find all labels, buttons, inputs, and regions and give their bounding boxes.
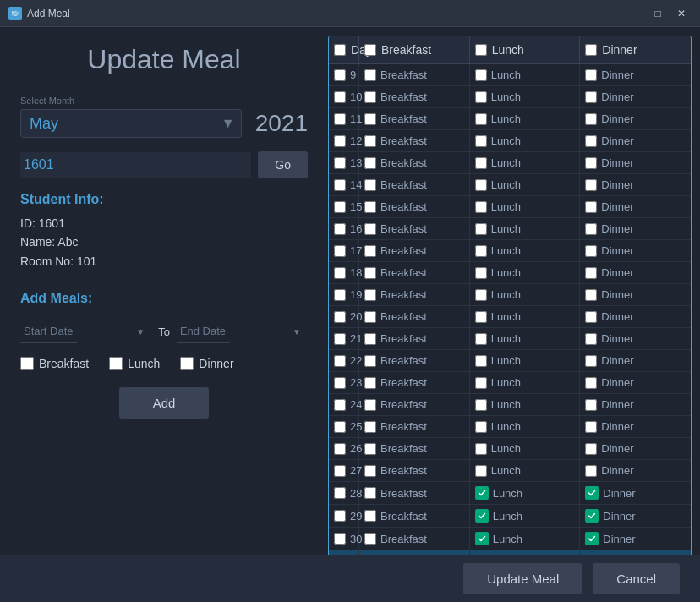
day-checkbox[interactable] (334, 443, 346, 455)
day-checkbox[interactable] (334, 355, 346, 367)
day-checkbox[interactable] (334, 201, 346, 213)
day-checkbox[interactable] (334, 267, 346, 279)
lunch-checkbox[interactable] (475, 311, 487, 323)
day-checkbox[interactable] (334, 113, 346, 125)
dinner-checkbox-label[interactable]: Dinner (180, 357, 233, 370)
lunch-checkbox[interactable] (475, 223, 487, 235)
lunch-checkbox[interactable] (475, 421, 487, 433)
lunch-checkbox[interactable] (475, 399, 487, 411)
lunch-checkbox[interactable] (475, 465, 487, 477)
dinner-checkbox[interactable] (585, 421, 597, 433)
month-select[interactable]: May (20, 109, 242, 138)
breakfast-checkbox[interactable] (364, 245, 376, 257)
lunch-checkbox[interactable] (475, 289, 487, 301)
breakfast-checkbox[interactable] (364, 157, 376, 169)
lunch-checkbox-label[interactable]: Lunch (109, 357, 160, 370)
minimize-button[interactable]: — (624, 3, 644, 24)
breakfast-checkbox[interactable] (364, 311, 376, 323)
lunch-checkbox[interactable] (475, 245, 487, 257)
day-checkbox[interactable] (334, 533, 346, 545)
lunch-checkbox[interactable] (475, 69, 487, 81)
lunch-checkbox[interactable] (475, 267, 487, 279)
lunch-checkbox[interactable] (475, 91, 487, 103)
day-checkbox[interactable] (334, 421, 346, 433)
add-button[interactable]: Add (119, 387, 210, 419)
dinner-checkbox[interactable] (585, 377, 597, 389)
breakfast-checkbox[interactable] (364, 135, 376, 147)
dinner-checkbox[interactable] (585, 179, 597, 191)
breakfast-checkbox[interactable] (364, 533, 376, 545)
breakfast-checkbox[interactable] (20, 357, 34, 370)
dinner-checkbox[interactable] (585, 91, 597, 103)
breakfast-checkbox[interactable] (364, 179, 376, 191)
day-checkbox[interactable] (334, 510, 346, 522)
day-checkbox[interactable] (334, 487, 346, 499)
day-checkbox[interactable] (334, 223, 346, 235)
select-all-breakfast[interactable] (364, 44, 376, 56)
select-all-day[interactable] (334, 44, 346, 56)
breakfast-checkbox[interactable] (364, 377, 376, 389)
dinner-checkbox[interactable] (585, 135, 597, 147)
dinner-checkbox[interactable] (585, 399, 597, 411)
breakfast-checkbox[interactable] (364, 91, 376, 103)
breakfast-checkbox[interactable] (364, 69, 376, 81)
breakfast-checkbox[interactable] (364, 267, 376, 279)
day-checkbox[interactable] (334, 69, 346, 81)
breakfast-checkbox[interactable] (364, 443, 376, 455)
breakfast-checkbox[interactable] (364, 201, 376, 213)
dinner-checkbox[interactable] (585, 69, 597, 81)
day-checkbox[interactable] (334, 289, 346, 301)
breakfast-checkbox[interactable] (364, 333, 376, 345)
lunch-checkbox[interactable] (475, 157, 487, 169)
day-checkbox[interactable] (334, 179, 346, 191)
lunch-checkbox[interactable] (475, 443, 487, 455)
breakfast-checkbox[interactable] (364, 465, 376, 477)
breakfast-checkbox[interactable] (364, 289, 376, 301)
lunch-checkbox[interactable] (475, 333, 487, 345)
lunch-checkbox[interactable] (475, 377, 487, 389)
lunch-checkbox[interactable] (475, 355, 487, 367)
dinner-checkbox[interactable] (585, 223, 597, 235)
id-input[interactable] (20, 152, 251, 178)
breakfast-checkbox[interactable] (364, 510, 376, 522)
day-checkbox[interactable] (334, 333, 346, 345)
day-checkbox[interactable] (334, 157, 346, 169)
breakfast-checkbox[interactable] (364, 223, 376, 235)
lunch-checkbox[interactable] (475, 179, 487, 191)
cancel-button[interactable]: Cancel (593, 563, 680, 594)
dinner-checkbox[interactable] (585, 201, 597, 213)
dinner-checkbox[interactable] (585, 443, 597, 455)
breakfast-checkbox[interactable] (364, 355, 376, 367)
breakfast-checkbox[interactable] (364, 487, 376, 499)
day-checkbox[interactable] (334, 245, 346, 257)
start-date-select[interactable]: Start Date (20, 320, 77, 343)
dinner-checkbox[interactable] (585, 333, 597, 345)
breakfast-checkbox[interactable] (364, 421, 376, 433)
go-button[interactable]: Go (258, 151, 308, 178)
dinner-checkbox[interactable] (585, 113, 597, 125)
lunch-checkbox[interactable] (475, 113, 487, 125)
lunch-checkbox[interactable] (475, 201, 487, 213)
dinner-checkbox[interactable] (585, 267, 597, 279)
lunch-checkbox[interactable] (475, 135, 487, 147)
day-checkbox[interactable] (334, 377, 346, 389)
dinner-checkbox[interactable] (585, 157, 597, 169)
dinner-checkbox[interactable] (585, 245, 597, 257)
breakfast-checkbox[interactable] (364, 399, 376, 411)
select-all-lunch[interactable] (475, 44, 487, 56)
dinner-checkbox[interactable] (180, 357, 194, 370)
maximize-button[interactable]: □ (648, 3, 668, 24)
dinner-checkbox[interactable] (585, 311, 597, 323)
dinner-checkbox[interactable] (585, 355, 597, 367)
update-meal-button[interactable]: Update Meal (463, 563, 582, 594)
day-checkbox[interactable] (334, 465, 346, 477)
dinner-checkbox[interactable] (585, 465, 597, 477)
end-date-select[interactable]: End Date (177, 320, 230, 343)
day-checkbox[interactable] (334, 135, 346, 147)
breakfast-checkbox[interactable] (364, 113, 376, 125)
breakfast-checkbox-label[interactable]: Breakfast (20, 357, 89, 370)
day-checkbox[interactable] (334, 399, 346, 411)
close-button[interactable]: ✕ (671, 3, 692, 24)
lunch-checkbox[interactable] (109, 357, 123, 370)
dinner-checkbox[interactable] (585, 289, 597, 301)
